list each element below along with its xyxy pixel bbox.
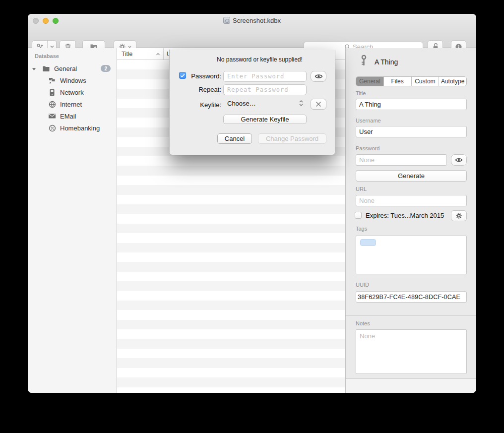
server-icon (48, 89, 57, 96)
url-label: URL (356, 186, 367, 192)
tab-custom[interactable]: Custom (412, 77, 440, 86)
folder-icon (42, 65, 51, 72)
sidebar-item-network[interactable]: Network (28, 86, 117, 98)
stepper-icon[interactable] (299, 99, 304, 109)
envelope-icon (48, 113, 57, 119)
clear-keyfile-button[interactable] (311, 99, 326, 110)
username-label: Username (356, 118, 381, 124)
window-chrome: Screenshot.kdbx Add Entry (28, 14, 476, 48)
disclosure-triangle-icon[interactable] (32, 65, 37, 72)
toolbar: Add Entry Delete Add Group (28, 27, 476, 48)
dialog-password-label: Password: (182, 72, 221, 80)
tab-files[interactable]: Files (384, 77, 412, 86)
sidebar-item-windows[interactable]: Windows (28, 74, 117, 86)
tags-field[interactable] (356, 236, 467, 274)
sidebar-item-homebanking[interactable]: Homebanking (28, 122, 117, 134)
inspector-tabs: General Files Custom Autotype (356, 76, 467, 86)
dialog-repeat-label: Repeat: (182, 86, 221, 93)
tab-general[interactable]: General (356, 77, 384, 86)
reveal-password-button[interactable] (451, 154, 467, 166)
titlebar[interactable]: Screenshot.kdbx (28, 14, 476, 27)
cancel-button[interactable]: Cancel (217, 133, 252, 144)
sort-ascending-icon (156, 53, 160, 56)
generate-keyfile-button[interactable]: Generate Keyfile (223, 115, 307, 124)
generate-password-button[interactable]: Generate (356, 170, 467, 182)
entry-title: A Thing (375, 58, 398, 66)
expires-settings-button[interactable] (451, 210, 467, 221)
tab-autotype[interactable]: Autotype (439, 77, 466, 86)
uuid-label: UUID (356, 282, 369, 288)
password-label: Password (356, 145, 379, 151)
expires-checkbox[interactable] (355, 212, 362, 219)
sidebar-header: Database (28, 53, 117, 59)
dialog-reveal-password-button[interactable] (311, 71, 326, 82)
sidebar-item-label: General (54, 65, 77, 72)
notes-label: Notes (356, 320, 370, 326)
inspector-panel: A Thing General Files Custom Autotype Ti… (345, 48, 476, 393)
sidebar-item-general[interactable]: General 2 (28, 62, 117, 74)
gear-icon (455, 212, 462, 219)
sidebar-item-label: Network (60, 89, 84, 96)
chevron-down-icon (128, 46, 131, 48)
title-label: Title (356, 90, 366, 96)
notes-field[interactable] (356, 329, 467, 374)
tag-token[interactable] (360, 239, 376, 246)
app-window: Screenshot.kdbx Add Entry (28, 14, 476, 393)
eye-icon (315, 73, 323, 79)
globe-icon (48, 101, 57, 108)
change-password-dialog: No password or keyfile supplied! Passwor… (169, 50, 335, 155)
sidebar: Database General 2 Windows (28, 48, 117, 393)
column-header-title[interactable]: Title (117, 48, 164, 60)
change-password-button[interactable]: Change Password (258, 133, 326, 144)
username-field[interactable] (356, 126, 467, 137)
eye-icon (455, 157, 463, 163)
document-icon (223, 17, 230, 24)
tags-label: Tags (356, 226, 367, 232)
sidebar-item-email[interactable]: EMail (28, 110, 117, 122)
sidebar-item-label: Windows (60, 77, 86, 84)
divider (346, 315, 476, 316)
sidebar-item-label: EMail (60, 113, 76, 120)
entry-count-badge: 2 (101, 65, 111, 72)
expires-label: Expires: Tues...March 2015 (366, 212, 444, 219)
inspector-footer (346, 379, 476, 393)
sidebar-item-label: Homebanking (60, 124, 100, 132)
uuid-field[interactable] (356, 291, 467, 303)
key-icon (360, 55, 368, 68)
dialog-password-input[interactable] (223, 71, 307, 82)
percent-icon (48, 124, 57, 132)
password-field[interactable] (356, 154, 447, 166)
dialog-message: No password or keyfile supplied! (189, 56, 330, 63)
sidebar-item-internet[interactable]: Internet (28, 98, 117, 110)
window-title: Screenshot.kdbx (233, 17, 281, 24)
sidebar-item-label: Internet (60, 101, 82, 108)
close-x-icon (315, 101, 321, 107)
computers-icon (48, 77, 57, 84)
keyfile-dropdown[interactable]: Choose… (227, 100, 256, 107)
dialog-repeat-input[interactable] (223, 84, 307, 95)
dialog-keyfile-label: Keyfile: (182, 101, 221, 109)
title-field[interactable] (356, 99, 467, 110)
keyfile-value: Choose… (227, 100, 256, 107)
url-field[interactable] (356, 195, 467, 206)
